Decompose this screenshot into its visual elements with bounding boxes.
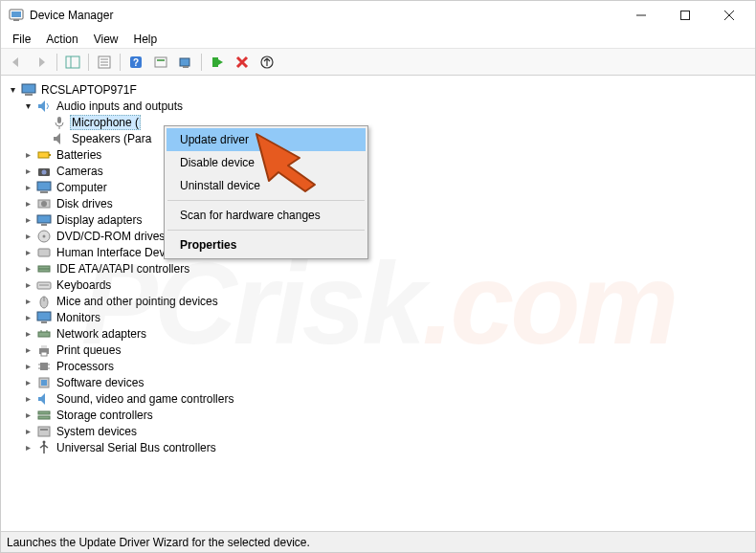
maximize-button[interactable] [663,1,707,30]
svg-rect-52 [40,363,48,370]
close-button[interactable] [707,1,751,30]
show-hide-tree-button[interactable] [61,52,84,73]
chevron-right-icon[interactable]: ▸ [22,279,33,290]
ctx-properties[interactable]: Properties [167,233,366,256]
chevron-right-icon[interactable]: ▸ [22,247,33,257]
svg-rect-25 [38,152,49,158]
tree-category[interactable]: ▸Keyboards [1,276,755,293]
chevron-right-icon[interactable]: ▸ [22,182,33,192]
tree-label: Display adapters [55,213,144,227]
svg-rect-4 [681,11,690,20]
chevron-right-icon[interactable]: ▸ [22,393,33,404]
chevron-right-icon[interactable]: ▸ [22,312,33,322]
update-driver-button[interactable] [256,52,278,73]
tree-root[interactable]: ▾ RCSLAPTOP971F [1,81,755,98]
ctx-disable-device[interactable]: Disable device [167,151,366,174]
svg-point-36 [43,234,46,237]
device-tree[interactable]: PCrisk.com ▾ RCSLAPTOP971F ▾ Audio input… [1,77,755,529]
svg-text:?: ? [133,57,139,68]
chevron-right-icon[interactable]: ▸ [22,442,33,453]
chevron-right-icon[interactable]: ▸ [22,166,33,176]
tree-category[interactable]: ▸Print queues [1,342,755,358]
ctx-uninstall-device[interactable]: Uninstall device [167,174,366,197]
device-category-icon [36,375,52,390]
svg-point-28 [42,169,47,174]
tree-label: IDE ATA/ATAPI controllers [55,262,191,276]
device-category-icon [36,408,52,423]
tree-category[interactable]: ▸Cameras [1,163,755,179]
back-button[interactable] [5,52,28,73]
tree-device-microphone[interactable]: Microphone ( [1,114,755,130]
microphone-icon [52,115,67,130]
tree-label: Microphone ( [70,115,141,130]
menu-view[interactable]: View [86,31,126,48]
chevron-right-icon[interactable]: ▸ [22,263,33,274]
chevron-right-icon[interactable]: ▸ [22,214,33,225]
ctx-update-driver[interactable]: Update driver [167,128,366,151]
audio-icon [36,99,52,114]
chevron-right-icon[interactable]: ▸ [22,377,33,387]
menu-file[interactable]: File [5,31,38,48]
tree-category[interactable]: ▸Software devices [1,374,755,390]
tree-label: Sound, video and game controllers [55,392,235,406]
tree-category[interactable]: ▸Human Interface Devices [1,244,755,260]
tree-category-audio[interactable]: ▾ Audio inputs and outputs [1,98,755,114]
chevron-right-icon[interactable]: ▸ [22,231,33,241]
forward-button[interactable] [30,52,53,73]
menu-action[interactable]: Action [38,31,85,48]
chevron-right-icon[interactable]: ▸ [22,426,33,436]
action-button[interactable] [149,52,172,73]
device-category-icon [36,326,52,342]
chevron-right-icon[interactable]: ▸ [22,149,33,160]
enable-button[interactable] [206,52,229,73]
tree-device-speakers[interactable]: Speakers (Para [1,130,755,146]
menu-help[interactable]: Help [126,31,166,48]
chevron-right-icon[interactable]: ▸ [22,198,33,209]
svg-rect-18 [183,66,189,68]
tree-category[interactable]: ▸DVD/CD-ROM drives [1,228,755,244]
svg-rect-50 [41,345,47,348]
scan-button[interactable] [174,52,197,73]
chevron-right-icon[interactable]: ▸ [22,296,33,306]
chevron-right-icon[interactable]: ▸ [22,409,33,420]
tree-category[interactable]: ▸IDE ATA/ATAPI controllers [1,260,755,276]
chevron-down-icon[interactable]: ▾ [22,100,33,111]
tree-category[interactable]: ▸Monitors [1,309,755,325]
context-menu: Update driver Disable device Uninstall d… [164,125,368,259]
tree-category[interactable]: ▸System devices [1,423,755,439]
svg-rect-1 [11,11,21,17]
chevron-down-icon[interactable]: ▾ [7,84,18,95]
uninstall-button[interactable] [231,52,254,73]
chevron-right-icon[interactable]: ▸ [22,328,33,339]
status-text: Launches the Update Driver Wizard for th… [7,536,310,549]
svg-rect-29 [37,182,51,190]
tree-category[interactable]: ▸Display adapters [1,211,755,228]
tree-category[interactable]: ▸Sound, video and game controllers [1,390,755,407]
chevron-right-icon[interactable]: ▸ [22,344,33,355]
device-category-icon [36,164,52,179]
tree-category[interactable]: ▸Mice and other pointing devices [1,293,755,309]
chevron-right-icon[interactable]: ▸ [22,361,33,371]
device-category-icon [36,147,52,163]
tree-category[interactable]: ▸Processors [1,358,755,374]
tree-label: Storage controllers [55,409,155,422]
tree-label: System devices [55,425,139,438]
tree-category[interactable]: ▸Storage controllers [1,407,755,423]
tree-category[interactable]: ▸Disk drives [1,195,755,211]
ctx-scan-hardware[interactable]: Scan for hardware changes [167,204,366,227]
svg-rect-21 [22,84,35,93]
properties-button[interactable] [93,52,116,73]
minimize-button[interactable] [619,1,663,30]
tree-label: Disk drives [55,197,115,210]
tree-label: Print queues [55,343,122,357]
svg-rect-60 [38,416,50,419]
tree-category[interactable]: ▸Computer [1,179,755,195]
tree-category[interactable]: ▸Universal Serial Bus controllers [1,439,755,455]
svg-rect-34 [41,224,47,226]
tree-category[interactable]: ▸Batteries [1,146,755,163]
device-category-icon [36,294,52,309]
help-button[interactable]: ? [124,52,147,73]
svg-rect-17 [180,58,189,66]
device-category-icon [36,359,52,374]
tree-category[interactable]: ▸Network adapters [1,325,755,342]
